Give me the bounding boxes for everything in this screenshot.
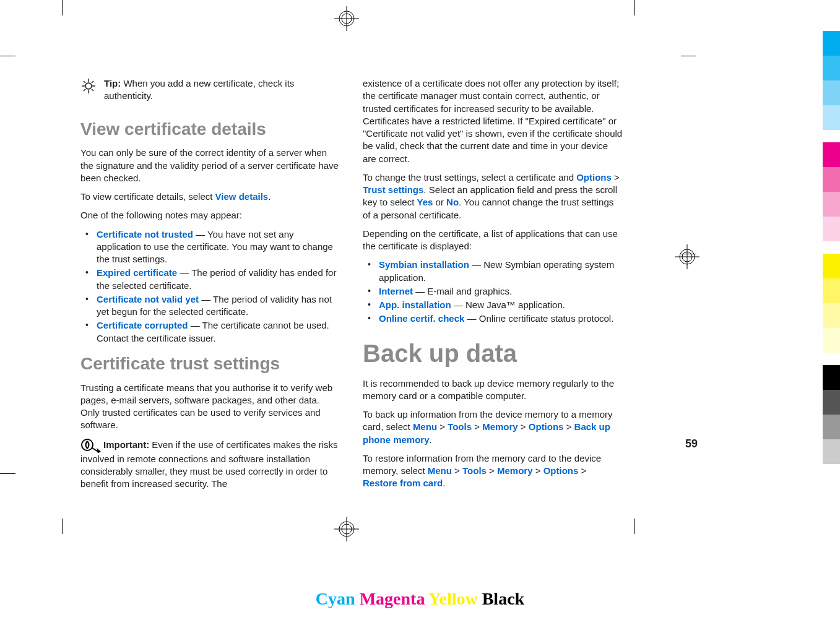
swatch [823, 390, 840, 415]
important-label: Important: [103, 439, 149, 450]
svg-line-18 [92, 89, 93, 91]
ui-term: Tools [448, 421, 472, 432]
swatch [823, 56, 840, 80]
ui-term: Options [529, 421, 564, 432]
page-content: Tip: When you add a new certificate, che… [80, 77, 675, 496]
label-black: Black [482, 589, 524, 608]
swatch-black [823, 365, 840, 390]
list-item: Online certif. check — Online certificat… [363, 312, 623, 325]
list-item: Symbian installation — New Symbian opera… [363, 259, 623, 284]
list-item: Certificate corrupted — The certificate … [80, 319, 340, 345]
ui-term: Certificate corrupted [97, 320, 188, 330]
svg-point-12 [85, 83, 92, 89]
ui-term: Tools [462, 465, 487, 476]
tip-block: Tip: When you add a new certificate, che… [80, 77, 340, 109]
ui-term: Menu [413, 421, 437, 432]
swatch-yellow [823, 254, 840, 278]
ui-term: Internet [379, 286, 413, 296]
notes-list: Certificate not trusted — You have not s… [80, 228, 340, 345]
ui-term: Yes [417, 197, 433, 207]
list-item: Expired certificate — The period of vali… [80, 267, 340, 292]
crop-mark [62, 0, 63, 15]
crop-mark [0, 56, 15, 56]
ui-term: View details [215, 191, 269, 202]
right-column: existence of a certificate does not offe… [363, 77, 623, 496]
paragraph: You can only be sure of the correct iden… [80, 147, 340, 184]
paragraph: Trusting a certificate means that you au… [80, 382, 340, 432]
label-yellow: Yellow [428, 589, 477, 608]
paragraph: One of the following notes may appear: [80, 209, 340, 222]
swatch [823, 278, 840, 303]
heading-view-certificate-details: View certificate details [80, 118, 340, 141]
left-column: Tip: When you add a new certificate, che… [80, 77, 340, 496]
paragraph: To back up information from the device m… [363, 408, 623, 446]
color-bars [823, 31, 840, 464]
paragraph: To restore information from the memory c… [363, 452, 623, 490]
svg-line-17 [84, 81, 85, 83]
swatch [823, 303, 840, 328]
tip-label: Tip: [104, 78, 121, 88]
cmyk-label: Cyan Magenta Yellow Black [0, 587, 840, 611]
ui-term: Certificate not trusted [97, 229, 193, 239]
ui-term: Restore from card [363, 478, 443, 488]
tip-text: Tip: When you add a new certificate, che… [104, 77, 340, 103]
swatch-spacer [823, 130, 840, 142]
ui-term: Trust settings [363, 184, 423, 195]
tip-icon [80, 77, 97, 109]
swatch [823, 167, 840, 192]
swatch [823, 415, 840, 439]
ui-term: Options [576, 172, 612, 183]
swatch [823, 105, 840, 130]
ui-term: No [446, 197, 459, 207]
swatch-magenta [823, 142, 840, 167]
list-item: Internet — E-mail and graphics. [363, 285, 623, 298]
applications-list: Symbian installation — New Symbian opera… [363, 259, 623, 325]
list-item: Certificate not valid yet — The period o… [80, 293, 340, 319]
swatch [823, 328, 840, 353]
swatch-spacer [823, 241, 840, 254]
swatch [823, 192, 840, 217]
swatch-spacer [823, 353, 840, 365]
heading-back-up-data: Back up data [363, 337, 623, 370]
heading-certificate-trust-settings: Certificate trust settings [80, 352, 340, 376]
crop-mark [634, 0, 635, 15]
swatch [823, 217, 840, 241]
crop-mark [62, 519, 63, 534]
registration-mark-icon [675, 244, 699, 269]
svg-point-21 [82, 439, 93, 450]
svg-line-19 [92, 81, 93, 83]
ui-term: Online certif. check [379, 313, 464, 324]
label-magenta: Magenta [360, 589, 425, 608]
important-icon [80, 438, 101, 453]
svg-line-20 [84, 89, 85, 91]
list-item: Certificate not trusted — You have not s… [80, 228, 340, 266]
swatch [823, 80, 840, 105]
ui-term: Symbian installation [379, 259, 469, 270]
ui-term: Menu [428, 465, 452, 476]
ui-term: Memory [482, 421, 518, 432]
ui-term: Options [543, 465, 579, 476]
crop-mark [634, 519, 635, 534]
list-item: App. installation — New Java™ applicatio… [363, 299, 623, 311]
paragraph: existence of a certificate does not offe… [363, 77, 623, 165]
ui-term: App. installation [379, 299, 451, 310]
label-cyan: Cyan [316, 589, 355, 608]
paragraph: Depending on the certificate, a list of … [363, 228, 623, 253]
page-number: 59 [685, 436, 698, 451]
important-block: Important: Even if the use of certificat… [80, 438, 340, 491]
paragraph: To view certificate details, select View… [80, 191, 340, 203]
swatch-cyan [823, 31, 840, 56]
registration-mark-icon [334, 6, 359, 31]
paragraph: To change the trust settings, select a c… [363, 171, 623, 222]
crop-mark [0, 473, 15, 474]
paragraph: It is recommended to back up device memo… [363, 377, 623, 403]
ui-term: Certificate not valid yet [97, 294, 199, 304]
ui-term: Expired certificate [97, 267, 177, 278]
swatch [823, 439, 840, 464]
registration-mark-icon [334, 517, 359, 541]
crop-mark [681, 56, 696, 56]
ui-term: Memory [497, 465, 533, 476]
